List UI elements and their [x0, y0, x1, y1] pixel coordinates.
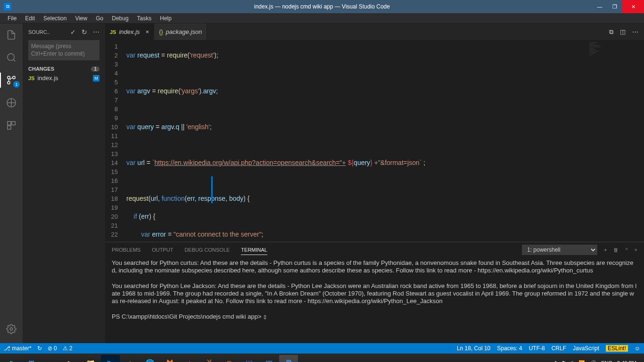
activity-bar: 1: [0, 24, 23, 343]
line-numbers: 12345678910111213141516171819202122: [105, 40, 126, 242]
scm-badge: 1: [13, 81, 20, 88]
tray-time[interactable]: 9:48 PM: [617, 360, 636, 362]
vlc-icon[interactable]: ▲: [121, 355, 140, 362]
vscode-icon: ⧉: [4, 3, 11, 10]
task-app-5[interactable]: ⬚: [239, 355, 258, 362]
menu-help[interactable]: Help: [156, 14, 175, 23]
encoding[interactable]: UTF-8: [529, 345, 545, 352]
svg-point-3: [8, 82, 10, 84]
changes-label: CHANGES: [28, 66, 54, 72]
close-button[interactable]: ✕: [622, 0, 644, 13]
js-icon: JS: [28, 75, 34, 81]
explorer-icon[interactable]: 📁: [81, 355, 100, 362]
close-panel-icon[interactable]: ×: [635, 247, 637, 253]
menu-debug[interactable]: Debug: [108, 14, 132, 23]
task-app-4[interactable]: ◉: [220, 355, 239, 362]
sidebar: SOURC.. ✓ ↻ ⋯ Message (press Ctrl+Enter …: [23, 24, 105, 343]
menu-selection[interactable]: Selection: [40, 14, 70, 23]
editor[interactable]: 12345678910111213141516171819202122 var …: [105, 40, 644, 242]
maximize-button[interactable]: ❐: [607, 0, 622, 13]
panel-tab-output[interactable]: OUTPUT: [152, 247, 173, 253]
indentation[interactable]: Spaces: 4: [497, 345, 522, 352]
maximize-panel-icon[interactable]: ^: [625, 247, 627, 253]
commit-icon[interactable]: ✓: [70, 28, 76, 36]
photoshop-icon[interactable]: Ps: [101, 355, 120, 362]
chrome-icon[interactable]: 🌐: [140, 355, 159, 362]
menu-edit[interactable]: Edit: [21, 14, 39, 23]
ie-icon[interactable]: e: [2, 355, 21, 362]
svg-point-11: [10, 328, 13, 330]
tray-network-icon[interactable]: 📶: [578, 360, 585, 362]
task-app-1[interactable]: ⊞: [22, 355, 41, 362]
new-terminal-icon[interactable]: +: [604, 247, 607, 253]
sync-icon[interactable]: ↻: [37, 345, 42, 352]
more-icon[interactable]: ⋯: [632, 28, 638, 35]
menu-file[interactable]: File: [4, 14, 20, 23]
compare-icon[interactable]: ⧉: [609, 28, 613, 36]
menubar: File Edit Selection View Go Debug Tasks …: [0, 13, 644, 24]
terminal-output[interactable]: You searched for Python curtus: And thes…: [105, 257, 644, 343]
settings-icon[interactable]: [5, 322, 18, 336]
feedback-icon[interactable]: ☺: [635, 345, 640, 352]
extensions-icon[interactable]: [5, 119, 18, 132]
svg-point-2: [13, 76, 16, 79]
task-app-3[interactable]: ▶: [61, 355, 80, 362]
tray-battery-icon[interactable]: ▯: [571, 360, 574, 362]
taskbar: e ⊞ ▸ ▶ 📁 Ps ▲ 🌐 🦊 ♪ X ◉ ⬚ ▣ ⧉ ^ ⚑ ▯ 📶 🔊…: [0, 354, 644, 362]
task-app-6[interactable]: ▣: [259, 355, 278, 362]
tray-lang[interactable]: ENG: [601, 360, 612, 362]
commit-message-input[interactable]: Message (press Ctrl+Enter to commit): [28, 40, 99, 60]
panel: PROBLEMS OUTPUT DEBUG CONSOLE TERMINAL 1…: [105, 242, 644, 343]
change-indicator: [211, 176, 213, 203]
tab-index-js[interactable]: JS index.js ×: [105, 24, 154, 40]
svg-rect-9: [12, 122, 15, 125]
explorer-icon[interactable]: [5, 28, 18, 41]
eol[interactable]: CRLF: [552, 345, 566, 352]
more-icon[interactable]: ⋯: [93, 28, 99, 36]
menu-tasks[interactable]: Tasks: [133, 14, 156, 23]
minimize-button[interactable]: —: [592, 0, 607, 13]
menu-view[interactable]: View: [71, 14, 91, 23]
git-branch[interactable]: ⎇ master*: [4, 345, 32, 352]
terminal-select[interactable]: 1: powershell: [522, 245, 597, 255]
language[interactable]: JavaScript: [573, 345, 599, 352]
tray-volume-icon[interactable]: 🔊: [590, 360, 596, 362]
svg-point-0: [8, 54, 15, 61]
json-icon: {}: [159, 28, 163, 35]
code-content[interactable]: var request = require('request'); var ar…: [126, 40, 644, 242]
cursor-position[interactable]: Ln 18, Col 10: [457, 345, 490, 352]
panel-tab-problems[interactable]: PROBLEMS: [112, 247, 140, 253]
eslint-status[interactable]: ESLint!: [606, 345, 628, 352]
vscode-taskbar-icon[interactable]: ⧉: [279, 355, 298, 362]
menu-go[interactable]: Go: [92, 14, 107, 23]
svg-point-4: [8, 76, 10, 79]
refresh-icon[interactable]: ↻: [82, 28, 87, 36]
tray-flag-icon[interactable]: ⚑: [561, 360, 566, 362]
change-item[interactable]: JS index.js M: [23, 74, 105, 82]
split-icon[interactable]: ◫: [620, 28, 626, 35]
minimap[interactable]: ▬▬▬ ▬▬▬▬▬▬▬ ▬▬▬▬▬▬▬ ▬▬▬▬▬▬▬▬▬▬▬▬▬▬▬▬▬▬▬▬…: [587, 40, 644, 242]
svg-rect-8: [8, 122, 11, 125]
scm-icon[interactable]: 1: [5, 74, 18, 87]
debug-icon[interactable]: [5, 96, 18, 109]
changes-count: 1: [91, 66, 99, 72]
tab-package-json[interactable]: {} package.json: [154, 24, 207, 40]
svg-line-1: [13, 59, 15, 61]
panel-tab-terminal[interactable]: TERMINAL: [241, 247, 267, 255]
xampp-icon[interactable]: X: [200, 355, 219, 362]
sidebar-title: SOURC..: [28, 29, 50, 35]
window-title: index.js — nodejs cmd wiki app — Visual …: [254, 3, 390, 10]
itunes-icon[interactable]: ♪: [180, 355, 199, 362]
errors[interactable]: ⊘ 0: [48, 345, 57, 352]
firefox-icon[interactable]: 🦊: [160, 355, 179, 362]
warnings[interactable]: ⚠ 2: [63, 345, 73, 352]
change-file: index.js: [37, 74, 58, 82]
system-tray[interactable]: ^ ⚑ ▯ 📶 🔊 ENG 9:48 PM: [554, 360, 642, 362]
statusbar: ⎇ master* ↻ ⊘ 0 ⚠ 2 Ln 18, Col 10 Spaces…: [0, 343, 644, 354]
panel-tab-debug[interactable]: DEBUG CONSOLE: [184, 247, 230, 253]
close-icon[interactable]: ×: [146, 28, 149, 35]
tray-up-icon[interactable]: ^: [554, 360, 557, 362]
task-app-2[interactable]: ▸: [41, 355, 60, 362]
search-icon[interactable]: [5, 51, 18, 64]
kill-terminal-icon[interactable]: 🗑: [613, 247, 619, 253]
